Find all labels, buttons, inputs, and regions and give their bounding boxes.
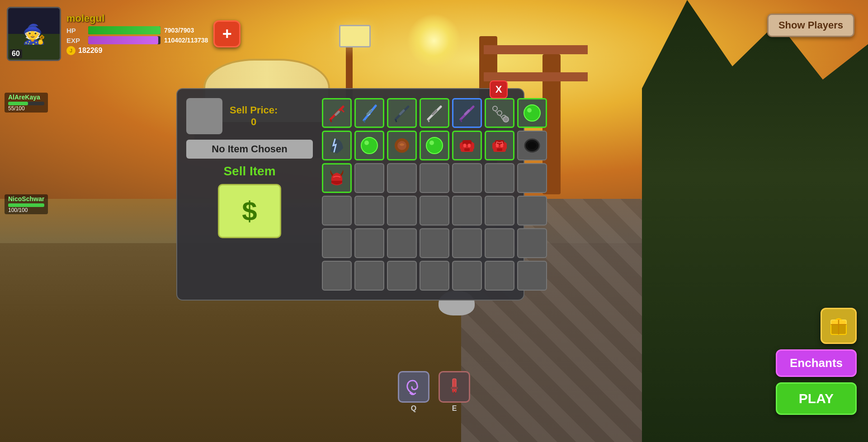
blue-sword-icon <box>359 103 379 123</box>
q-key-label: Q <box>411 404 416 413</box>
inv-cell-5-5[interactable] <box>485 261 514 291</box>
inv-cell-0-6[interactable] <box>517 98 547 128</box>
inv-cell-4-5[interactable] <box>485 228 514 258</box>
svg-line-7 <box>364 120 365 122</box>
inv-cell-4-2[interactable] <box>387 228 417 258</box>
inv-cell-2-4[interactable] <box>452 163 482 193</box>
svg-line-1 <box>330 119 331 122</box>
hp-value: 7903/7903 <box>164 27 194 34</box>
inv-cell-3-0[interactable] <box>322 196 352 226</box>
play-button[interactable]: PLAY <box>776 382 857 415</box>
inv-cell-1-4[interactable] <box>452 131 482 160</box>
inv-cell-0-2[interactable] <box>387 98 417 128</box>
inv-cell-5-1[interactable] <box>354 261 384 291</box>
other-player-name-2: NicoSchwar <box>8 195 44 202</box>
inv-cell-2-1[interactable] <box>354 163 384 193</box>
e-skill-icon[interactable] <box>439 371 470 403</box>
other-player-name-1: AlAreKaya <box>8 94 44 101</box>
gray-sword-icon <box>425 103 444 123</box>
inv-cell-5-0[interactable] <box>322 261 352 291</box>
sell-price-area: Sell Price: 0 <box>186 98 313 134</box>
other-player-hp-fill-2 <box>8 203 44 207</box>
svg-line-21 <box>495 111 497 113</box>
inv-cell-3-5[interactable] <box>485 196 514 226</box>
inv-cell-5-3[interactable] <box>420 261 449 291</box>
shop-sell-area: Sell Price: 0 No Item Chosen Sell Item $ <box>186 98 313 238</box>
swirl-icon <box>404 377 424 397</box>
green-orb-2-icon <box>359 136 379 155</box>
box-button[interactable] <box>821 308 857 344</box>
box-icon <box>827 315 850 337</box>
enchants-button[interactable]: Enchants <box>776 349 857 377</box>
fence-rail-1 <box>484 45 588 54</box>
inv-cell-0-5[interactable] <box>485 98 514 128</box>
show-players-button[interactable]: Show Players <box>767 14 854 37</box>
plus-button[interactable]: + <box>213 20 241 47</box>
level-badge: 60 <box>9 49 22 58</box>
exp-bar-bg <box>88 36 160 44</box>
inv-cell-5-4[interactable] <box>452 261 482 291</box>
inv-cell-4-1[interactable] <box>354 228 384 258</box>
inv-cell-1-3[interactable] <box>420 131 449 160</box>
sun <box>407 14 461 68</box>
player-name: molegul <box>66 13 208 24</box>
inv-cell-2-3[interactable] <box>420 163 449 193</box>
no-item-label: No Item Chosen <box>186 140 313 159</box>
inv-cell-2-0[interactable] <box>322 163 352 193</box>
skill-bar: Q E <box>398 371 470 413</box>
svg-rect-38 <box>463 144 466 147</box>
dark-sword-icon <box>392 103 412 123</box>
inv-cell-2-6[interactable] <box>517 163 547 193</box>
svg-point-18 <box>493 106 497 111</box>
svg-rect-56 <box>453 391 455 396</box>
sell-item-label: Sell Item <box>223 164 275 179</box>
svg-rect-14 <box>431 109 438 116</box>
inv-cell-4-3[interactable] <box>420 228 449 258</box>
other-player-hp-text-1: 55/100 <box>8 105 44 112</box>
inv-cell-0-1[interactable] <box>354 98 384 128</box>
inv-cell-3-6[interactable] <box>517 196 547 226</box>
inv-cell-4-6[interactable] <box>517 228 547 258</box>
helmet-icon <box>327 168 347 188</box>
inv-cell-0-3[interactable] <box>420 98 449 128</box>
shop-panel: Sell Price: 0 No Item Chosen Sell Item $ <box>176 88 524 301</box>
inv-cell-2-2[interactable] <box>387 163 417 193</box>
inv-cell-1-2[interactable] <box>387 131 417 160</box>
blade-icon <box>444 377 464 397</box>
player-stats: molegul HP 7903/7903 EXP 110402/113738 J… <box>66 13 208 55</box>
svg-point-23 <box>503 117 509 122</box>
inv-cell-5-2[interactable] <box>387 261 417 291</box>
svg-rect-17 <box>464 109 471 116</box>
exp-bar-fill <box>88 36 158 44</box>
inv-cell-3-2[interactable] <box>387 196 417 226</box>
sell-button[interactable]: $ <box>218 184 281 238</box>
svg-line-10 <box>396 119 396 122</box>
inv-cell-3-3[interactable] <box>420 196 449 226</box>
chain-weapon-icon <box>490 103 509 123</box>
svg-rect-40 <box>464 148 470 151</box>
inv-cell-0-4[interactable] <box>452 98 482 128</box>
svg-rect-49 <box>504 143 507 149</box>
hp-row: HP 7903/7903 <box>66 26 208 34</box>
inv-cell-3-4[interactable] <box>452 196 482 226</box>
inv-cell-1-0[interactable] <box>322 131 352 160</box>
inv-cell-4-4[interactable] <box>452 228 482 258</box>
inv-cell-0-0[interactable] <box>322 98 352 128</box>
q-skill-icon[interactable] <box>398 371 429 403</box>
inv-cell-2-5[interactable] <box>485 163 514 193</box>
inv-cell-1-6[interactable] <box>517 131 547 160</box>
svg-rect-11 <box>399 109 406 116</box>
right-buttons: Enchants PLAY <box>776 308 857 415</box>
inv-cell-1-5[interactable] <box>485 131 514 160</box>
inv-cell-3-1[interactable] <box>354 196 384 226</box>
other-player-hp-fill-1 <box>8 102 28 105</box>
inv-cell-1-1[interactable] <box>354 131 384 160</box>
sell-icon: $ <box>242 196 257 227</box>
lightning-ghost-icon <box>327 136 347 155</box>
sell-price-value: 0 <box>230 116 278 128</box>
inv-cell-5-6[interactable] <box>517 261 547 291</box>
inv-cell-4-0[interactable] <box>322 228 352 258</box>
close-shop-button[interactable]: X <box>490 80 508 99</box>
inventory-grid-container <box>322 98 514 291</box>
green-orb-3-icon <box>425 136 444 155</box>
